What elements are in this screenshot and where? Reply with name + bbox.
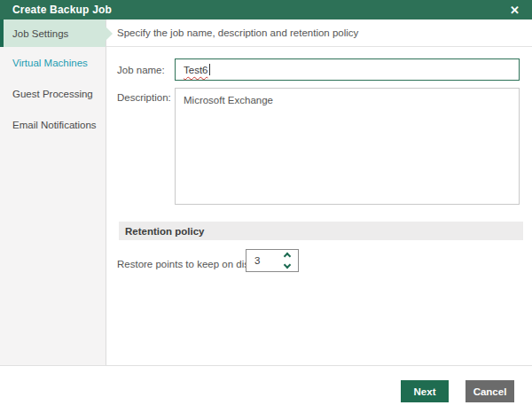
wizard-steps-sidebar: Job Settings Virtual Machines Guest Proc… bbox=[0, 19, 106, 365]
sidebar-item-label: Guest Processing bbox=[12, 89, 93, 99]
job-name-label: Job name: bbox=[117, 65, 165, 75]
create-backup-job-dialog: Create Backup Job ✕ Job Settings Virtual… bbox=[0, 0, 532, 413]
sidebar-item-virtual-machines[interactable]: Virtual Machines bbox=[0, 47, 106, 78]
restore-points-label: Restore points to keep on disk: bbox=[117, 259, 257, 269]
step-description-text: Specify the job name, description and re… bbox=[117, 27, 358, 38]
restore-points-value: 3 bbox=[254, 255, 260, 266]
titlebar: Create Backup Job ✕ bbox=[0, 0, 532, 19]
job-name-value: Test6 bbox=[184, 65, 208, 75]
sidebar-item-email-notifications[interactable]: Email Notifications bbox=[0, 109, 106, 140]
chevron-up-icon[interactable] bbox=[284, 253, 291, 260]
dialog-footer: Next Cancel bbox=[0, 365, 532, 413]
sidebar-item-label: Email Notifications bbox=[12, 120, 97, 130]
chevron-down-icon[interactable] bbox=[284, 261, 291, 269]
description-label: Description: bbox=[117, 92, 171, 103]
close-icon[interactable]: ✕ bbox=[510, 4, 520, 16]
sidebar-item-label: Virtual Machines bbox=[12, 58, 88, 68]
step-description: Specify the job name, description and re… bbox=[106, 19, 532, 47]
window-title: Create Backup Job bbox=[12, 4, 112, 16]
description-textarea[interactable]: Microsoft Exchange bbox=[175, 88, 520, 205]
sidebar-item-job-settings[interactable]: Job Settings bbox=[0, 19, 106, 47]
description-value: Microsoft Exchange bbox=[184, 95, 273, 105]
restore-points-stepper[interactable]: 3 bbox=[246, 249, 299, 272]
sidebar-item-guest-processing[interactable]: Guest Processing bbox=[0, 78, 106, 109]
retention-policy-section-header: Retention policy bbox=[119, 222, 523, 240]
main-panel: Specify the job name, description and re… bbox=[106, 19, 532, 365]
job-name-input[interactable]: Test6 bbox=[175, 58, 520, 81]
retention-policy-title: Retention policy bbox=[125, 226, 204, 237]
text-caret bbox=[209, 64, 210, 75]
stepper-arrows bbox=[285, 250, 290, 271]
cancel-button[interactable]: Cancel bbox=[466, 380, 514, 402]
next-button[interactable]: Next bbox=[401, 380, 449, 402]
sidebar-item-label: Job Settings bbox=[12, 28, 68, 39]
